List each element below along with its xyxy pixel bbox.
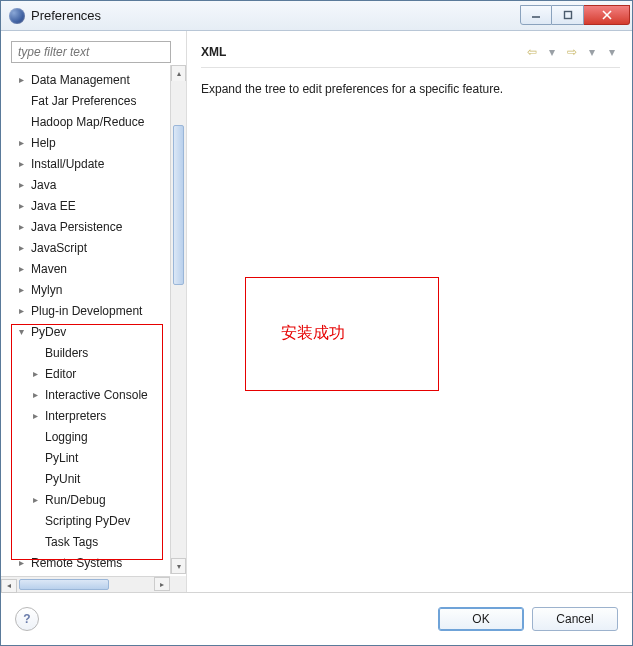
tree-item[interactable]: PyLint (15, 447, 186, 468)
twisty-closed-icon[interactable]: ▸ (15, 242, 27, 254)
ok-button[interactable]: OK (438, 607, 524, 631)
twisty-closed-icon[interactable]: ▸ (15, 305, 27, 317)
filter-input[interactable] (16, 44, 166, 60)
button-row: OK Cancel (438, 607, 618, 631)
tree-item-label: Editor (43, 364, 78, 384)
tree-item-label: PyDev (29, 322, 68, 342)
scroll-right-arrow[interactable]: ▸ (154, 577, 170, 591)
twisty-closed-icon[interactable]: ▸ (29, 410, 41, 422)
tree-item[interactable]: ▸Editor (15, 363, 186, 384)
window-controls (520, 5, 630, 27)
preferences-window: Preferences ▸Data ManagementFat Jar Pref… (0, 0, 633, 646)
back-menu[interactable]: ▾ (544, 44, 560, 60)
forward-menu[interactable]: ▾ (584, 44, 600, 60)
annotation-box-right (245, 277, 439, 391)
back-button[interactable]: ⇦ (524, 44, 540, 60)
tree-item-label: Data Management (29, 70, 132, 90)
twisty-closed-icon[interactable]: ▸ (15, 74, 27, 86)
horizontal-scrollbar[interactable]: ◂ ▸ (1, 576, 170, 592)
minimize-button[interactable] (520, 5, 552, 25)
right-header: XML ⇦ ▾ ⇨ ▾ ▾ (201, 41, 620, 63)
twisty-closed-icon[interactable]: ▸ (15, 179, 27, 191)
forward-button[interactable]: ⇨ (564, 44, 580, 60)
tree-item-label: Remote Systems (29, 553, 124, 573)
tree-item[interactable]: ▸Install/Update (15, 153, 186, 174)
page-title: XML (201, 45, 226, 59)
right-panel: XML ⇦ ▾ ⇨ ▾ ▾ Expand the tree to edit pr… (187, 31, 632, 592)
titlebar: Preferences (1, 1, 632, 31)
left-panel: ▸Data ManagementFat Jar PreferencesHadoo… (1, 31, 187, 592)
tree-item[interactable]: ▸Java (15, 174, 186, 195)
help-icon: ? (23, 612, 30, 626)
tree-item-label: Mylyn (29, 280, 64, 300)
tree-item-label: PyLint (43, 448, 80, 468)
tree-item-label: Plug-in Development (29, 301, 144, 321)
tree-item-label: Interpreters (43, 406, 108, 426)
tree-item[interactable]: ▸Remote Systems (15, 552, 186, 573)
tree-item[interactable]: ▸Interactive Console (15, 384, 186, 405)
annotation-label: 安装成功 (281, 323, 345, 344)
cancel-button[interactable]: Cancel (532, 607, 618, 631)
minimize-icon (531, 10, 541, 20)
tree-item-label: Logging (43, 427, 90, 447)
tree-item[interactable]: ▸Maven (15, 258, 186, 279)
tree-item[interactable]: Logging (15, 426, 186, 447)
twisty-closed-icon[interactable]: ▸ (15, 284, 27, 296)
twisty-closed-icon[interactable]: ▸ (15, 221, 27, 233)
tree-item[interactable]: Scripting PyDev (15, 510, 186, 531)
tree-item[interactable]: ▾PyDev (15, 321, 186, 342)
twisty-closed-icon[interactable]: ▸ (29, 368, 41, 380)
close-button[interactable] (584, 5, 630, 25)
tree-item-label: PyUnit (43, 469, 82, 489)
view-menu[interactable]: ▾ (604, 44, 620, 60)
tree-item[interactable]: ▸Run/Debug (15, 489, 186, 510)
app-icon (9, 8, 25, 24)
tree-item[interactable]: Hadoop Map/Reduce (15, 111, 186, 132)
tree-item[interactable]: ▸Interpreters (15, 405, 186, 426)
tree-item[interactable]: ▸Java EE (15, 195, 186, 216)
tree-item-label: Hadoop Map/Reduce (29, 112, 146, 132)
tree-item-label: Fat Jar Preferences (29, 91, 138, 111)
nav-buttons: ⇦ ▾ ⇨ ▾ ▾ (524, 44, 620, 60)
twisty-closed-icon[interactable]: ▸ (15, 137, 27, 149)
tree-item-label: Install/Update (29, 154, 106, 174)
vertical-scrollbar[interactable]: ▴ ▾ (170, 65, 186, 574)
maximize-icon (563, 10, 573, 20)
tree-scroll[interactable]: ▸Data ManagementFat Jar PreferencesHadoo… (11, 69, 186, 592)
scroll-corner (170, 576, 186, 592)
tree-item[interactable]: ▸JavaScript (15, 237, 186, 258)
tree-item[interactable]: Builders (15, 342, 186, 363)
filter-box[interactable] (11, 41, 171, 63)
tree-item[interactable]: ▸Plug-in Development (15, 300, 186, 321)
scroll-down-arrow[interactable]: ▾ (171, 558, 186, 574)
tree-item-label: Java EE (29, 196, 78, 216)
help-button[interactable]: ? (15, 607, 39, 631)
tree-item-label: Run/Debug (43, 490, 108, 510)
page-body: Expand the tree to edit preferences for … (201, 82, 620, 96)
tree-item[interactable]: Task Tags (15, 531, 186, 552)
scroll-left-arrow[interactable]: ◂ (1, 579, 17, 593)
twisty-open-icon[interactable]: ▾ (15, 326, 27, 338)
title-left: Preferences (9, 8, 101, 24)
twisty-closed-icon[interactable]: ▸ (15, 200, 27, 212)
horizontal-scroll-thumb[interactable] (19, 579, 109, 590)
tree-item-label: Scripting PyDev (43, 511, 132, 531)
tree-item-label: Maven (29, 259, 69, 279)
twisty-closed-icon[interactable]: ▸ (15, 158, 27, 170)
twisty-closed-icon[interactable]: ▸ (29, 389, 41, 401)
maximize-button[interactable] (552, 5, 584, 25)
twisty-closed-icon[interactable]: ▸ (15, 263, 27, 275)
scroll-up-arrow[interactable]: ▴ (171, 65, 186, 81)
tree-item[interactable]: ▸Data Management (15, 69, 186, 90)
tree-item[interactable]: Fat Jar Preferences (15, 90, 186, 111)
tree-item[interactable]: ▸Java Persistence (15, 216, 186, 237)
content: ▸Data ManagementFat Jar PreferencesHadoo… (1, 31, 632, 593)
twisty-closed-icon[interactable]: ▸ (15, 557, 27, 569)
preferences-tree: ▸Data ManagementFat Jar PreferencesHadoo… (11, 69, 186, 592)
vertical-scroll-thumb[interactable] (173, 125, 184, 285)
window-title: Preferences (31, 8, 101, 23)
tree-item[interactable]: PyUnit (15, 468, 186, 489)
tree-item[interactable]: ▸Mylyn (15, 279, 186, 300)
tree-item[interactable]: ▸Help (15, 132, 186, 153)
twisty-closed-icon[interactable]: ▸ (29, 494, 41, 506)
